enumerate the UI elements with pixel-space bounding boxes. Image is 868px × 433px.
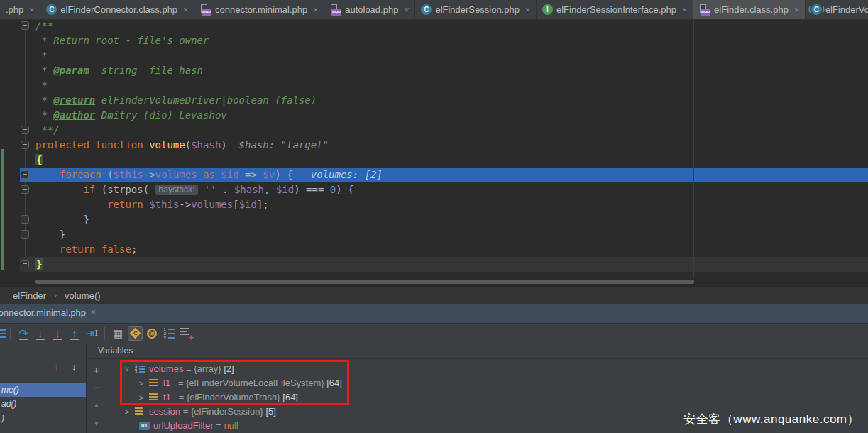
frame-item[interactable]: ) (0, 411, 86, 425)
editor-tab-elfindervolume[interactable]: CelFinderVolume (806, 0, 868, 19)
code-line[interactable]: } (0, 257, 868, 272)
code-line[interactable]: * @return elFinderVolumeDriver|boolean (… (0, 93, 868, 108)
remove-watch-button[interactable]: − (87, 381, 106, 393)
fold-marker-icon[interactable] (21, 21, 29, 30)
step-into-icon[interactable]: ↓ (32, 325, 49, 342)
breadcrumb-item-method[interactable]: volume() (65, 290, 101, 301)
code-line[interactable]: * @author Dmitry (dio) Levashov (0, 108, 868, 123)
tab-close-icon[interactable]: × (404, 5, 409, 15)
editor-tab-connector-minimal-php[interactable]: PHPconnector.minimal.php× (194, 0, 324, 19)
ide-window: .php×CelFinderConnector.class.php×PHPcon… (0, 0, 868, 433)
code-line[interactable]: if (strpos( haystack: '' . $hash, $id) =… (0, 182, 868, 197)
code-line[interactable]: * @param string file hash (0, 63, 868, 78)
variable-type: {array} (194, 363, 221, 374)
run-to-cursor-icon[interactable]: ⇥I (83, 325, 100, 342)
toolbar-separator (10, 327, 11, 340)
chevron-collapsed-icon[interactable]: > (123, 405, 131, 419)
tab-label: elFinderSessionInterface.php (556, 4, 676, 15)
editor-tab-bar: .php×CelFinderConnector.class.php×PHPcon… (0, 0, 868, 20)
code-line[interactable]: * (0, 78, 868, 93)
next-frame-icon[interactable]: ↓ (72, 361, 77, 372)
fold-marker-icon[interactable] (21, 260, 29, 268)
code-line[interactable]: **/ (0, 123, 868, 138)
breadcrumb-item-class[interactable]: elFinder (13, 290, 46, 301)
variable-type: {elFinderSession} (191, 406, 263, 417)
move-down-button[interactable]: ▼ (87, 420, 106, 427)
php-file-icon: PHP (699, 4, 710, 16)
code-line[interactable]: /** (0, 20, 868, 33)
object-variable-icon (149, 379, 158, 388)
variables-header-label: Variables (98, 346, 133, 356)
editor-tab-autoload-php[interactable]: PHPautoload.php× (324, 0, 415, 19)
variable-text: l1_ = {elFinderVolumeLocalFileSystem} [6… (163, 376, 342, 390)
step-over-icon[interactable]: ↷ (15, 325, 32, 342)
code-line[interactable]: * (0, 48, 868, 63)
tab-label: autoload.php (345, 4, 398, 15)
show-array-indices-icon[interactable]: 123 (160, 325, 177, 342)
fold-marker-icon[interactable] (21, 170, 29, 179)
step-out-icon[interactable]: ↑ (66, 325, 83, 342)
fold-marker-icon[interactable] (21, 141, 29, 149)
tab-label: .php (6, 4, 23, 15)
variable-count: [5] (263, 406, 276, 417)
variable-name: session (149, 406, 180, 417)
force-step-into-icon[interactable]: ↓ (49, 325, 66, 342)
variable-name: l1_ (163, 378, 175, 388)
code-line[interactable]: * Return root - file's owner (0, 33, 868, 48)
tab-close-icon[interactable]: × (29, 5, 34, 15)
frame-item[interactable]: me() (0, 383, 86, 397)
show-references-icon[interactable]: @ (143, 325, 160, 342)
variable-text: urlUploadFilter = null (153, 419, 238, 433)
variable-text: volumes = {array} [2] (149, 362, 234, 376)
debug-session-tab[interactable]: connector.minimal.php × (0, 304, 868, 323)
show-constants-toggle[interactable]: C (126, 325, 143, 342)
breadcrumb-separator-icon: › (54, 290, 57, 300)
chevron-collapsed-icon[interactable]: > (138, 390, 145, 405)
show-execution-point-icon[interactable] (0, 325, 6, 342)
breadcrumb: elFinder › volume() (0, 286, 868, 304)
code-line[interactable]: return false; (0, 242, 868, 257)
move-up-button[interactable]: ▲ (87, 401, 106, 409)
editor-tab-elfindersessioninterface-php[interactable]: IelFinderSessionInterface.php× (537, 0, 693, 19)
code-editor[interactable]: /** * Return root - file's owner * * @pa… (0, 20, 868, 286)
fold-marker-icon[interactable] (21, 185, 29, 194)
tab-label: elFinderVolume (825, 4, 868, 15)
tab-label: elFinderSession.php (435, 4, 520, 15)
code-line[interactable]: return $this->volumes[$id]; (0, 197, 868, 212)
fold-marker-icon[interactable] (21, 126, 29, 134)
debug-session-tab-label: connector.minimal.php (0, 307, 86, 318)
code-line[interactable]: { (0, 153, 868, 168)
fold-marker-icon[interactable] (21, 215, 29, 224)
variable-count: [64] (280, 392, 298, 402)
variable-name: volumes (149, 363, 183, 374)
interface-icon: I (542, 4, 553, 15)
editor-tab-elfindersession-php[interactable]: CelFinderSession.php× (415, 0, 537, 19)
horizontal-scrollbar[interactable] (35, 280, 694, 284)
tab-label: elFinderConnector.class.php (60, 4, 177, 15)
frames-panel[interactable]: ↑ ↓ me()ad()) (0, 343, 87, 433)
php-file-icon: PHP (330, 4, 341, 16)
evaluate-expression-icon[interactable]: ▦ (109, 325, 126, 342)
add-watch-button[interactable]: + (87, 364, 106, 376)
fold-marker-icon[interactable] (21, 230, 29, 239)
code-line[interactable]: foreach ($this->volumes as $id => $v) { … (0, 168, 868, 182)
chevron-collapsed-icon[interactable]: > (138, 376, 145, 390)
debug-session-tab-close-icon[interactable]: × (91, 307, 96, 317)
tab-close-icon[interactable]: × (313, 5, 318, 15)
tab-close-icon[interactable]: × (525, 5, 530, 15)
code-line[interactable]: protected function volume($hash) $hash: … (0, 138, 868, 153)
editor-tab-php[interactable]: .php× (0, 0, 40, 19)
variable-value: null (224, 420, 238, 431)
tab-close-icon[interactable]: × (682, 5, 687, 15)
editor-tab-elfinderconnector-class-php[interactable]: CelFinderConnector.class.php× (40, 0, 194, 19)
previous-frame-icon[interactable]: ↑ (54, 361, 59, 372)
add-to-watches-icon[interactable]: + (177, 325, 194, 342)
tab-close-icon[interactable]: × (794, 5, 799, 15)
frame-item[interactable]: ad() (0, 397, 86, 411)
variable-type: {elFinderVolumeTrash} (187, 392, 280, 402)
code-line[interactable]: } (0, 227, 868, 242)
tab-close-icon[interactable]: × (183, 5, 188, 15)
chevron-expanded-icon[interactable]: > (120, 366, 134, 373)
code-line[interactable]: } (0, 212, 868, 227)
editor-tab-elfinder-class-php[interactable]: PHPelFinder.class.php× (693, 0, 806, 19)
